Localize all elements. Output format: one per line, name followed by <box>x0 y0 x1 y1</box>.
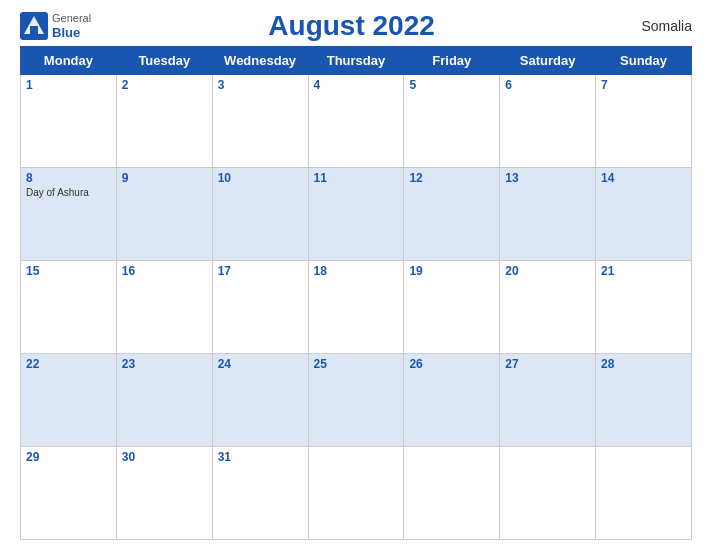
calendar-day-cell: 24 <box>212 354 308 447</box>
holiday-label: Day of Ashura <box>26 187 111 198</box>
calendar-week-row: 293031 <box>21 447 692 540</box>
calendar-day-cell: 23 <box>116 354 212 447</box>
header-tuesday: Tuesday <box>116 47 212 75</box>
date-number: 10 <box>218 171 303 185</box>
date-number: 2 <box>122 78 207 92</box>
calendar-day-cell: 8Day of Ashura <box>21 168 117 261</box>
date-number: 31 <box>218 450 303 464</box>
calendar-day-cell <box>596 447 692 540</box>
date-number: 25 <box>314 357 399 371</box>
date-number: 14 <box>601 171 686 185</box>
calendar-day-cell: 11 <box>308 168 404 261</box>
date-number: 5 <box>409 78 494 92</box>
calendar-day-cell: 14 <box>596 168 692 261</box>
date-number: 22 <box>26 357 111 371</box>
weekday-header-row: Monday Tuesday Wednesday Thursday Friday… <box>21 47 692 75</box>
date-number: 6 <box>505 78 590 92</box>
logo-blue-text: Blue <box>52 25 91 41</box>
calendar-week-row: 8Day of Ashura91011121314 <box>21 168 692 261</box>
calendar-day-cell <box>308 447 404 540</box>
date-number: 29 <box>26 450 111 464</box>
calendar-day-cell: 10 <box>212 168 308 261</box>
calendar-day-cell: 30 <box>116 447 212 540</box>
calendar-day-cell: 1 <box>21 75 117 168</box>
calendar-day-cell: 15 <box>21 261 117 354</box>
date-number: 20 <box>505 264 590 278</box>
calendar-day-cell: 2 <box>116 75 212 168</box>
date-number: 24 <box>218 357 303 371</box>
date-number: 4 <box>314 78 399 92</box>
calendar-week-row: 1234567 <box>21 75 692 168</box>
calendar-day-cell: 27 <box>500 354 596 447</box>
calendar-day-cell: 29 <box>21 447 117 540</box>
calendar-day-cell: 31 <box>212 447 308 540</box>
calendar-day-cell: 22 <box>21 354 117 447</box>
calendar-day-cell: 18 <box>308 261 404 354</box>
date-number: 28 <box>601 357 686 371</box>
date-number: 16 <box>122 264 207 278</box>
calendar-day-cell: 16 <box>116 261 212 354</box>
date-number: 13 <box>505 171 590 185</box>
country-name: Somalia <box>612 18 692 34</box>
calendar-day-cell <box>404 447 500 540</box>
date-number: 9 <box>122 171 207 185</box>
date-number: 17 <box>218 264 303 278</box>
calendar-day-cell: 5 <box>404 75 500 168</box>
logo-text: General Blue <box>52 12 91 41</box>
logo-icon <box>20 12 48 40</box>
svg-rect-2 <box>30 26 38 34</box>
logo-general-text: General <box>52 12 91 25</box>
header-thursday: Thursday <box>308 47 404 75</box>
logo: General Blue <box>20 12 91 41</box>
date-number: 23 <box>122 357 207 371</box>
calendar-day-cell: 3 <box>212 75 308 168</box>
header-sunday: Sunday <box>596 47 692 75</box>
header-saturday: Saturday <box>500 47 596 75</box>
date-number: 30 <box>122 450 207 464</box>
calendar-week-row: 22232425262728 <box>21 354 692 447</box>
calendar-table: Monday Tuesday Wednesday Thursday Friday… <box>20 46 692 540</box>
date-number: 7 <box>601 78 686 92</box>
date-number: 3 <box>218 78 303 92</box>
calendar-day-cell: 20 <box>500 261 596 354</box>
date-number: 26 <box>409 357 494 371</box>
calendar-week-row: 15161718192021 <box>21 261 692 354</box>
date-number: 19 <box>409 264 494 278</box>
calendar-title: August 2022 <box>91 10 612 42</box>
calendar-day-cell: 25 <box>308 354 404 447</box>
calendar-day-cell <box>500 447 596 540</box>
calendar-day-cell: 21 <box>596 261 692 354</box>
calendar-day-cell: 17 <box>212 261 308 354</box>
calendar-day-cell: 4 <box>308 75 404 168</box>
date-number: 21 <box>601 264 686 278</box>
calendar-day-cell: 13 <box>500 168 596 261</box>
date-number: 11 <box>314 171 399 185</box>
calendar-day-cell: 19 <box>404 261 500 354</box>
date-number: 12 <box>409 171 494 185</box>
header-monday: Monday <box>21 47 117 75</box>
calendar-day-cell: 7 <box>596 75 692 168</box>
calendar-day-cell: 9 <box>116 168 212 261</box>
date-number: 15 <box>26 264 111 278</box>
calendar-header: General Blue August 2022 Somalia <box>20 10 692 42</box>
calendar-day-cell: 12 <box>404 168 500 261</box>
date-number: 8 <box>26 171 111 185</box>
calendar-day-cell: 28 <box>596 354 692 447</box>
calendar-day-cell: 6 <box>500 75 596 168</box>
header-friday: Friday <box>404 47 500 75</box>
date-number: 27 <box>505 357 590 371</box>
calendar-day-cell: 26 <box>404 354 500 447</box>
date-number: 1 <box>26 78 111 92</box>
header-wednesday: Wednesday <box>212 47 308 75</box>
date-number: 18 <box>314 264 399 278</box>
